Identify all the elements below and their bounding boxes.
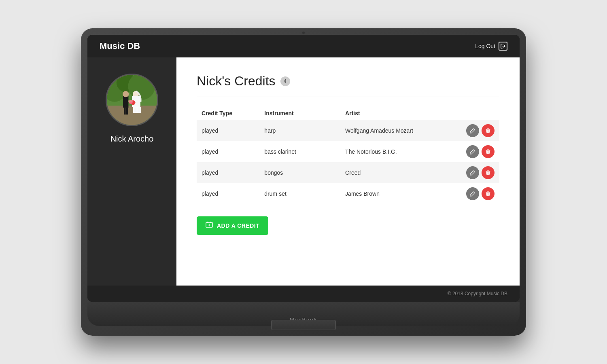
- table-row: playedharpWolfgang Amadeus Mozart: [197, 120, 499, 142]
- table-row: playedbass clarinetThe Notorious B.I.G.: [197, 141, 499, 162]
- laptop-bottom: MacBook: [87, 302, 520, 326]
- trackpad: [271, 320, 336, 330]
- sidebar: Nick Arocho: [87, 57, 176, 286]
- camera-dot: [302, 32, 305, 34]
- cell-credit-type: played: [197, 183, 259, 204]
- cell-credit-type: played: [197, 141, 259, 162]
- svg-rect-7: [124, 108, 126, 114]
- col-header-credit-type: Credit Type: [197, 107, 259, 120]
- table-row: playeddrum setJames Brown: [197, 183, 499, 204]
- action-cell: [462, 187, 495, 200]
- action-cell: [462, 166, 495, 179]
- avatar: [106, 74, 158, 126]
- col-header-artist: Artist: [340, 107, 457, 120]
- page-title: Nick's Credits: [197, 74, 276, 89]
- user-name: Nick Arocho: [110, 134, 154, 144]
- edit-button[interactable]: [466, 124, 479, 137]
- navbar: Music DB Log Out: [87, 35, 520, 57]
- cell-instrument: bass clarinet: [259, 141, 340, 162]
- cell-artist: The Notorious B.I.G.: [340, 141, 457, 162]
- cell-actions: [457, 183, 499, 204]
- content-area: Nick's Credits 4 Credit Type Instrument …: [176, 57, 520, 286]
- app-container: Music DB Log Out: [87, 35, 520, 302]
- delete-button[interactable]: [482, 145, 495, 158]
- delete-button[interactable]: [482, 124, 495, 137]
- cell-artist: Creed: [340, 162, 457, 183]
- svg-rect-18: [210, 222, 211, 223]
- cell-artist: Wolfgang Amadeus Mozart: [340, 120, 457, 142]
- svg-rect-5: [123, 96, 128, 108]
- cell-credit-type: played: [197, 162, 259, 183]
- delete-button[interactable]: [482, 166, 495, 179]
- footer: © 2018 Copyright Music DB: [87, 286, 520, 302]
- table-row: playedbongosCreed: [197, 162, 499, 183]
- col-header-instrument: Instrument: [259, 107, 340, 120]
- page-title-row: Nick's Credits 4: [197, 74, 499, 89]
- laptop-frame: Music DB Log Out: [81, 28, 526, 336]
- logout-label: Log Out: [475, 43, 495, 49]
- cell-credit-type: played: [197, 120, 259, 142]
- edit-button[interactable]: [466, 166, 479, 179]
- action-cell: [462, 124, 495, 137]
- cell-instrument: drum set: [259, 183, 340, 204]
- footer-text: © 2018 Copyright Music DB: [448, 291, 507, 296]
- add-credit-icon: [206, 221, 213, 230]
- edit-button[interactable]: [466, 145, 479, 158]
- svg-point-6: [123, 91, 129, 97]
- cell-artist: James Brown: [340, 183, 457, 204]
- title-divider: [197, 97, 499, 97]
- delete-button[interactable]: [482, 187, 495, 200]
- col-header-actions: [457, 107, 499, 120]
- add-credit-label: ADD A CREDIT: [217, 222, 259, 229]
- svg-rect-12: [137, 107, 141, 113]
- cell-instrument: harp: [259, 120, 340, 142]
- edit-button[interactable]: [466, 187, 479, 200]
- svg-rect-11: [133, 107, 137, 113]
- credits-table: Credit Type Instrument Artist playedharp…: [197, 107, 499, 204]
- cell-actions: [457, 162, 499, 183]
- cell-actions: [457, 141, 499, 162]
- svg-rect-8: [126, 108, 128, 114]
- action-cell: [462, 145, 495, 158]
- cell-instrument: bongos: [259, 162, 340, 183]
- screen-bezel: Music DB Log Out: [87, 35, 520, 302]
- svg-rect-4: [107, 106, 157, 125]
- add-credit-button[interactable]: ADD A CREDIT: [197, 216, 268, 235]
- cell-actions: [457, 120, 499, 142]
- app-title: Music DB: [100, 41, 140, 51]
- logout-icon: [499, 42, 507, 51]
- logout-button[interactable]: Log Out: [475, 42, 507, 51]
- main-body: Nick Arocho Nick's Credits 4 Credit Type…: [87, 57, 520, 286]
- svg-rect-17: [207, 222, 208, 223]
- svg-point-3: [128, 74, 155, 100]
- credits-count-badge: 4: [280, 76, 290, 86]
